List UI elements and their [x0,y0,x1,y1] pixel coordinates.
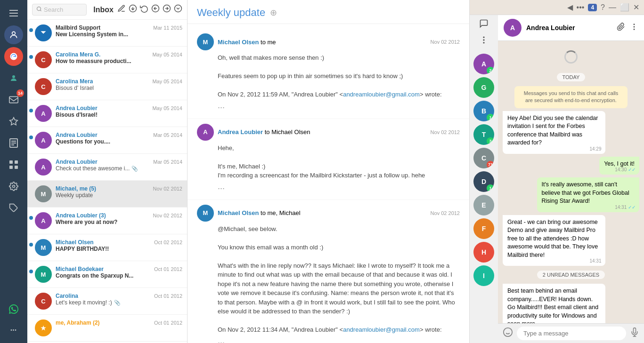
email-list-panel: Search Inbox Mailbird Supp [27,0,187,343]
email-avatar: M [35,185,52,202]
email-date: Mar 11 2015 [153,25,182,31]
message-from: Andrea Loubier [218,128,263,136]
svg-point-29 [634,24,635,25]
wa-contact-badge: 71 [487,161,494,168]
svg-point-27 [483,40,484,40]
email-list-item[interactable]: A Andrea Loubier May 05 2014 Bisous d'Is… [27,100,187,127]
whatsapp-bottom-icon[interactable] [4,300,23,319]
star-icon[interactable] [4,112,23,131]
email-list-item[interactable]: C Carolina Mera May 05 2014 Bisous d' Is… [27,73,187,100]
svg-point-28 [483,42,484,43]
expand-dots[interactable]: ··· [218,182,225,195]
wa-unread-divider: 2 UNREAD MESSAGES [537,271,605,279]
wa-restore-icon[interactable]: ⬜ [620,3,629,12]
wa-contact-item[interactable]: E [473,195,494,215]
email-list-item[interactable]: A Andrea Loubier (3) Nov 02 2012 Where a… [27,207,187,234]
wa-contact-item[interactable]: F [473,218,494,239]
email-list-item[interactable]: C Carolina Mera G. May 05 2014 How to me… [27,47,187,73]
wa-contact-item[interactable]: T3 [473,124,494,145]
email-content: Andrea Loubier (3) Nov 02 2012 Where are… [56,212,182,225]
settings-icon[interactable] [4,177,23,196]
email-list-item[interactable]: A Andrea Loubier Mar 05 2014 Check out t… [27,154,187,181]
wa-close-icon[interactable]: ✕ [633,3,639,12]
message-date: Nov 02 2012 [431,39,460,45]
wa-today-badge: TODAY [557,73,586,81]
email-list: Mailbird Support Mar 11 2015 New Licensi… [27,20,187,343]
wa-contact-badge: 2 [487,67,494,74]
email-list-item[interactable]: M Michael Olsen Oct 02 2012 HAPPY BIRTHD… [27,234,187,261]
wa-contact-item[interactable]: G [473,77,494,98]
message-from: Michael Olsen [218,39,259,46]
svg-point-26 [483,37,484,38]
email-date: Oct 01 2012 [154,266,182,272]
email-list-item[interactable]: A Andrea Loubier Mar 05 2014 Questions f… [27,127,187,154]
wa-dots-icon[interactable]: ••• [577,3,585,12]
refresh-icon[interactable] [140,4,148,15]
wa-minimize-icon[interactable]: — [609,3,616,12]
wa-help-icon[interactable]: ? [601,3,605,12]
wa-emoji-icon[interactable] [503,327,513,340]
expand-dots[interactable]: ··· [218,336,225,343]
wa-chat-list-icon[interactable] [479,19,489,31]
inbox-title: Inbox [93,6,114,14]
wa-contact-item[interactable]: A2 [473,54,494,74]
email-header-row: Andrea Loubier (3) Nov 02 2012 [56,212,182,219]
wa-contact-item[interactable]: H [473,242,494,263]
google-icon-2[interactable] [4,69,23,88]
search-box[interactable]: Search [32,4,87,16]
back-icon[interactable] [151,4,160,15]
wa-contact-badge: 1 [487,184,494,192]
message-to: to Michael Olsen [265,128,310,136]
dropdown-icon[interactable] [174,4,182,15]
svg-rect-6 [9,96,18,103]
download-icon[interactable] [129,4,137,15]
email-list-item[interactable]: M Michael, me (5) Nov 02 2012 Weekly upd… [27,181,187,207]
email-list-item[interactable]: C Carolina Oct 01 2012 Let's keep it mov… [27,288,187,315]
forward-icon[interactable] [163,4,171,15]
svg-point-24 [175,5,182,12]
wa-more-icon[interactable] [479,35,489,47]
whatsapp-panel: ◀ ••• 4 ? — ⬜ ✕ A2GB1T3C71D1EFHI A Andre… [470,0,644,343]
email-sender: Carolina [56,293,78,299]
notes-icon[interactable] [4,134,23,152]
wa-contact-badge: 1 [487,114,494,121]
email-list-item[interactable]: Mailbird Support Mar 11 2015 New Licensi… [27,20,187,47]
email-date: Mar 05 2014 [153,132,182,138]
email-avatar: A [35,159,52,175]
email-list-item[interactable]: M Michael Bodekaer Oct 01 2012 Congrats … [27,261,187,288]
wa-options-icon[interactable] [630,23,638,33]
message-avatar: M [197,33,214,50]
attachment-icon: 📎 [114,300,121,306]
compose-icon[interactable] [117,4,126,15]
google-icon-1[interactable] [4,47,23,66]
more-dots-icon[interactable]: ••• [4,320,23,339]
wa-contact-item[interactable]: B1 [473,101,494,121]
email-icon[interactable]: 14 [4,90,23,109]
email-list-item[interactable]: ★ me, Abraham (2) Oct 01 2012 [27,315,187,342]
wa-contact-item[interactable]: I [473,265,494,286]
expand-dots[interactable]: ··· [218,101,225,114]
svg-point-30 [634,26,635,27]
people-icon[interactable] [4,25,23,44]
thread-add-icon[interactable]: ⊕ [270,8,277,18]
email-badge: 14 [16,89,24,97]
checkmarks-icon: ✓✓ [628,167,636,172]
wa-message-input[interactable] [517,327,626,340]
tags-icon[interactable] [4,199,23,217]
email-content: Mailbird Support Mar 11 2015 New Licensi… [56,24,182,38]
email-content: Michael Bodekaer Oct 01 2012 Congrats on… [56,266,182,279]
email-header-row: me, Abraham (2) Oct 01 2012 [56,319,182,326]
wa-contacts: A2GB1T3C71D1EFHI [473,54,494,289]
email-subject: New Licensing System in... [56,31,128,38]
wa-contact-item[interactable]: D1 [473,171,494,192]
email-sender: Andrea Loubier (3) [56,212,106,219]
email-date: Nov 02 2012 [153,186,182,191]
email-header-row: Mailbird Support Mar 11 2015 [56,24,182,31]
wa-attachment-icon[interactable] [617,23,625,33]
hamburger-icon[interactable] [4,4,23,23]
wa-back-icon[interactable]: ◀ [567,3,573,12]
wa-contact-item[interactable]: C71 [473,148,494,168]
apps-icon[interactable] [4,155,23,174]
wa-mic-icon[interactable] [630,327,639,340]
svg-point-18 [37,7,41,11]
